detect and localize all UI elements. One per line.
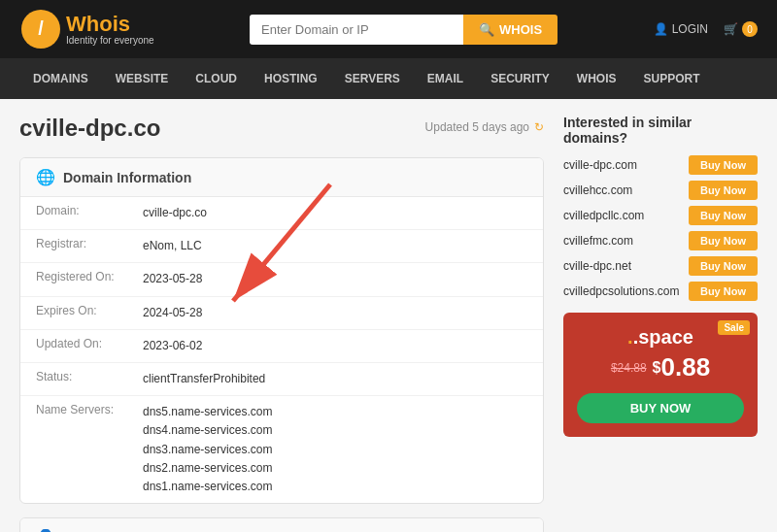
search-button[interactable]: 🔍 WHOIS	[463, 15, 557, 45]
search-area: 🔍 WHOIS	[250, 15, 557, 45]
info-row-registered: Registered On: 2023-05-28	[20, 263, 543, 296]
registrant-icon: 👤	[36, 528, 55, 532]
nav-security[interactable]: SECURITY	[477, 58, 563, 99]
login-link[interactable]: 👤 LOGIN	[654, 22, 708, 36]
search-input[interactable]	[250, 15, 463, 45]
buy-btn-2[interactable]: Buy Now	[689, 206, 758, 225]
promo-new-price: $0.88	[653, 352, 711, 383]
main-content: cville-dpc.co Updated 5 days ago ↻ 🌐 Dom…	[0, 99, 777, 532]
nav-servers[interactable]: SERVERS	[331, 58, 414, 99]
header-actions: 👤 LOGIN 🛒 0	[654, 21, 758, 37]
info-row-registrar: Registrar: eNom, LLC	[20, 230, 543, 263]
similar-item-3: cvillefmc.com Buy Now	[563, 231, 758, 250]
promo-buy-button[interactable]: BUY NOW	[577, 393, 744, 423]
main-nav: DOMAINS WEBSITE CLOUD HOSTING SERVERS EM…	[0, 58, 777, 99]
promo-banner: Sale ..space $24.88 $0.88 BUY NOW	[563, 313, 758, 437]
cart-icon: 🛒	[724, 22, 738, 36]
buy-btn-0[interactable]: Buy Now	[689, 155, 758, 175]
domain-updated: Updated 5 days ago ↻	[425, 120, 544, 134]
info-row-nameservers: Name Servers: dns5.name-services.com dns…	[20, 396, 543, 503]
logo-icon: /	[19, 8, 62, 50]
nav-whois[interactable]: WHOIS	[563, 58, 630, 99]
nav-hosting[interactable]: HOSTING	[251, 58, 331, 99]
logo-whois-text: Whois	[66, 14, 154, 35]
similar-item-2: cvilledpcllc.com Buy Now	[563, 206, 758, 225]
nav-email[interactable]: EMAIL	[414, 58, 477, 99]
site-header: / Whois Identity for everyone 🔍 WHOIS 👤 …	[0, 0, 777, 58]
user-icon: 👤	[654, 22, 668, 36]
svg-text:/: /	[38, 17, 44, 39]
buy-btn-3[interactable]: Buy Now	[689, 231, 758, 250]
nav-cloud[interactable]: CLOUD	[182, 58, 251, 99]
promo-currency: $	[653, 359, 661, 376]
info-row-status: Status: clientTransferProhibited	[20, 363, 543, 396]
info-row-updated: Updated On: 2023-06-02	[20, 330, 543, 363]
domain-info-card: 🌐 Domain Information Domain: cville-dpc.…	[19, 157, 544, 504]
registrant-header: 👤 Registrant Contact	[20, 518, 543, 532]
domain-info-icon: 🌐	[36, 168, 55, 186]
info-row-expires: Expires On: 2024-05-28	[20, 297, 543, 330]
buy-btn-5[interactable]: Buy Now	[689, 282, 758, 301]
promo-price-row: $24.88 $0.88	[577, 352, 744, 383]
cart-link[interactable]: 🛒 0	[724, 21, 758, 37]
left-panel: cville-dpc.co Updated 5 days ago ↻ 🌐 Dom…	[19, 115, 544, 532]
domain-info-body: Domain: cville-dpc.co Registrar: eNom, L…	[20, 197, 543, 503]
cart-badge: 0	[742, 21, 758, 37]
registrant-card: 👤 Registrant Contact Organization: Whois…	[19, 517, 544, 532]
search-icon: 🔍	[479, 22, 494, 37]
refresh-icon[interactable]: ↻	[534, 120, 544, 134]
similar-item-1: cvillehcc.com Buy Now	[563, 181, 758, 200]
buy-btn-4[interactable]: Buy Now	[689, 256, 758, 276]
buy-btn-1[interactable]: Buy Now	[689, 181, 758, 200]
promo-sale-badge: Sale	[718, 320, 750, 335]
domain-info-header: 🌐 Domain Information	[20, 158, 543, 197]
right-panel: Interested in similar domains? cville-dp…	[563, 115, 758, 532]
domain-title-row: cville-dpc.co Updated 5 days ago ↻	[19, 115, 544, 146]
domain-title: cville-dpc.co	[19, 115, 160, 142]
nav-domains[interactable]: DOMAINS	[19, 58, 102, 99]
similar-domains-title: Interested in similar domains?	[563, 115, 758, 146]
info-row-domain: Domain: cville-dpc.co	[20, 197, 543, 230]
similar-item-4: cville-dpc.net Buy Now	[563, 256, 758, 276]
similar-item-0: cville-dpc.com Buy Now	[563, 155, 758, 175]
logo: / Whois Identity for everyone	[19, 8, 154, 50]
similar-item-5: cvilledpcsolutions.com Buy Now	[563, 282, 758, 301]
promo-old-price: $24.88	[611, 361, 647, 375]
logo-tagline: Identity for everyone	[66, 35, 154, 46]
nav-support[interactable]: SUPPORT	[630, 58, 714, 99]
nav-website[interactable]: WEBSITE	[102, 58, 183, 99]
